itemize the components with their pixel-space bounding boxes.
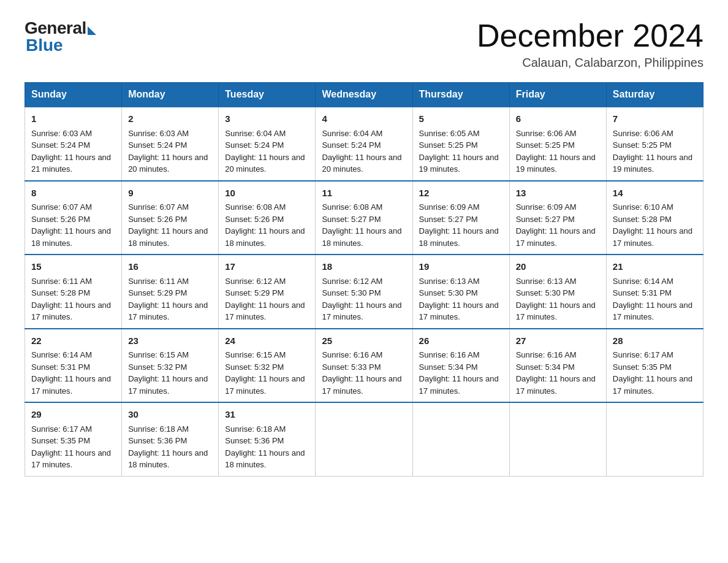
calendar-day-cell: 1Sunrise: 6:03 AMSunset: 5:24 PMDaylight…	[25, 107, 122, 181]
sunset-text: Sunset: 5:24 PM	[322, 140, 381, 150]
calendar-day-header: Monday	[122, 83, 219, 107]
day-number: 26	[419, 334, 503, 348]
daylight-text: Daylight: 11 hours and 17 minutes.	[128, 301, 208, 322]
calendar-day-cell: 19Sunrise: 6:13 AMSunset: 5:30 PMDayligh…	[412, 255, 509, 329]
calendar-day-cell: 22Sunrise: 6:14 AMSunset: 5:31 PMDayligh…	[25, 329, 122, 403]
sunrise-text: Sunrise: 6:04 AM	[225, 129, 286, 138]
calendar-day-header: Friday	[509, 83, 606, 107]
calendar-day-cell	[412, 402, 509, 476]
calendar-day-cell: 16Sunrise: 6:11 AMSunset: 5:29 PMDayligh…	[122, 255, 219, 329]
calendar-day-cell: 14Sunrise: 6:10 AMSunset: 5:28 PMDayligh…	[606, 181, 703, 255]
logo-arrow-icon	[88, 26, 96, 35]
daylight-text: Daylight: 11 hours and 20 minutes.	[322, 153, 401, 174]
day-number: 8	[31, 186, 115, 201]
sunrise-text: Sunrise: 6:07 AM	[128, 202, 189, 212]
sunrise-text: Sunrise: 6:08 AM	[225, 202, 286, 212]
daylight-text: Daylight: 11 hours and 17 minutes.	[322, 374, 401, 396]
sunrise-text: Sunrise: 6:18 AM	[128, 424, 189, 434]
day-number: 29	[31, 408, 115, 422]
calendar-day-cell	[316, 402, 412, 476]
calendar-day-cell: 9Sunrise: 6:07 AMSunset: 5:26 PMDaylight…	[122, 181, 219, 255]
calendar-day-cell: 4Sunrise: 6:04 AMSunset: 5:24 PMDaylight…	[316, 107, 412, 181]
day-number: 4	[322, 112, 406, 126]
sunrise-text: Sunrise: 6:16 AM	[419, 350, 480, 359]
day-number: 18	[322, 260, 406, 274]
day-number: 7	[613, 112, 697, 126]
sunrise-text: Sunrise: 6:14 AM	[31, 350, 92, 359]
calendar-day-cell: 8Sunrise: 6:07 AMSunset: 5:26 PMDaylight…	[25, 181, 122, 255]
sunset-text: Sunset: 5:35 PM	[613, 362, 672, 372]
calendar-day-cell: 10Sunrise: 6:08 AMSunset: 5:26 PMDayligh…	[219, 181, 316, 255]
calendar-day-cell: 11Sunrise: 6:08 AMSunset: 5:27 PMDayligh…	[316, 181, 412, 255]
calendar-day-header: Thursday	[412, 83, 509, 107]
daylight-text: Daylight: 11 hours and 17 minutes.	[613, 301, 692, 322]
day-number: 1	[31, 112, 115, 126]
calendar-day-header: Saturday	[606, 83, 703, 107]
logo: General Blue	[25, 18, 96, 55]
sunrise-text: Sunrise: 6:09 AM	[516, 202, 577, 212]
daylight-text: Daylight: 11 hours and 18 minutes.	[225, 448, 305, 470]
daylight-text: Daylight: 11 hours and 21 minutes.	[31, 153, 111, 174]
day-number: 19	[419, 260, 503, 274]
sunset-text: Sunset: 5:33 PM	[322, 362, 381, 372]
logo-blue-text: Blue	[26, 36, 63, 55]
calendar-day-cell: 13Sunrise: 6:09 AMSunset: 5:27 PMDayligh…	[509, 181, 606, 255]
title-area: December 2024 Calauan, Calabarzon, Phili…	[477, 18, 703, 70]
sunrise-text: Sunrise: 6:07 AM	[31, 202, 92, 212]
page-header: General Blue December 2024 Calauan, Cala…	[25, 18, 703, 70]
calendar-day-cell: 15Sunrise: 6:11 AMSunset: 5:28 PMDayligh…	[25, 255, 122, 329]
calendar-day-cell: 21Sunrise: 6:14 AMSunset: 5:31 PMDayligh…	[606, 255, 703, 329]
daylight-text: Daylight: 11 hours and 17 minutes.	[31, 448, 111, 470]
sunrise-text: Sunrise: 6:06 AM	[516, 129, 577, 138]
day-number: 15	[31, 260, 115, 274]
location-subtitle: Calauan, Calabarzon, Philippines	[477, 56, 703, 70]
daylight-text: Daylight: 11 hours and 18 minutes.	[31, 226, 111, 248]
day-number: 6	[516, 112, 600, 126]
day-number: 9	[128, 186, 212, 201]
calendar-day-cell: 26Sunrise: 6:16 AMSunset: 5:34 PMDayligh…	[412, 329, 509, 403]
day-number: 11	[322, 186, 406, 201]
calendar-week-row: 15Sunrise: 6:11 AMSunset: 5:28 PMDayligh…	[25, 255, 703, 329]
day-number: 10	[225, 186, 309, 201]
day-number: 5	[419, 112, 503, 126]
calendar-day-cell: 7Sunrise: 6:06 AMSunset: 5:25 PMDaylight…	[606, 107, 703, 181]
sunset-text: Sunset: 5:25 PM	[516, 140, 575, 150]
sunrise-text: Sunrise: 6:18 AM	[225, 424, 286, 434]
sunset-text: Sunset: 5:36 PM	[225, 436, 284, 445]
sunset-text: Sunset: 5:27 PM	[419, 215, 478, 224]
calendar-day-cell: 31Sunrise: 6:18 AMSunset: 5:36 PMDayligh…	[219, 402, 316, 476]
sunrise-text: Sunrise: 6:04 AM	[322, 129, 382, 138]
calendar-week-row: 1Sunrise: 6:03 AMSunset: 5:24 PMDaylight…	[25, 107, 703, 181]
daylight-text: Daylight: 11 hours and 19 minutes.	[613, 153, 692, 174]
daylight-text: Daylight: 11 hours and 19 minutes.	[516, 153, 596, 174]
sunset-text: Sunset: 5:35 PM	[31, 436, 90, 445]
sunset-text: Sunset: 5:32 PM	[128, 362, 187, 372]
daylight-text: Daylight: 11 hours and 17 minutes.	[613, 226, 692, 248]
day-number: 28	[613, 334, 697, 348]
daylight-text: Daylight: 11 hours and 17 minutes.	[31, 374, 111, 396]
daylight-text: Daylight: 11 hours and 17 minutes.	[516, 301, 596, 322]
calendar-day-cell: 23Sunrise: 6:15 AMSunset: 5:32 PMDayligh…	[122, 329, 219, 403]
sunrise-text: Sunrise: 6:06 AM	[613, 129, 673, 138]
daylight-text: Daylight: 11 hours and 17 minutes.	[419, 374, 499, 396]
day-number: 2	[128, 112, 212, 126]
sunset-text: Sunset: 5:31 PM	[613, 288, 672, 297]
sunset-text: Sunset: 5:31 PM	[31, 362, 90, 372]
sunrise-text: Sunrise: 6:03 AM	[128, 129, 189, 138]
day-number: 23	[128, 334, 212, 348]
day-number: 21	[613, 260, 697, 274]
daylight-text: Daylight: 11 hours and 20 minutes.	[225, 153, 305, 174]
calendar-week-row: 29Sunrise: 6:17 AMSunset: 5:35 PMDayligh…	[25, 402, 703, 476]
daylight-text: Daylight: 11 hours and 17 minutes.	[225, 301, 305, 322]
calendar-day-cell: 2Sunrise: 6:03 AMSunset: 5:24 PMDaylight…	[122, 107, 219, 181]
day-number: 24	[225, 334, 309, 348]
daylight-text: Daylight: 11 hours and 20 minutes.	[128, 153, 208, 174]
calendar-day-cell: 6Sunrise: 6:06 AMSunset: 5:25 PMDaylight…	[509, 107, 606, 181]
daylight-text: Daylight: 11 hours and 18 minutes.	[419, 226, 499, 248]
sunset-text: Sunset: 5:29 PM	[225, 288, 284, 297]
sunset-text: Sunset: 5:30 PM	[516, 288, 575, 297]
day-number: 20	[516, 260, 600, 274]
daylight-text: Daylight: 11 hours and 19 minutes.	[419, 153, 499, 174]
sunset-text: Sunset: 5:34 PM	[516, 362, 575, 372]
day-number: 3	[225, 112, 309, 126]
